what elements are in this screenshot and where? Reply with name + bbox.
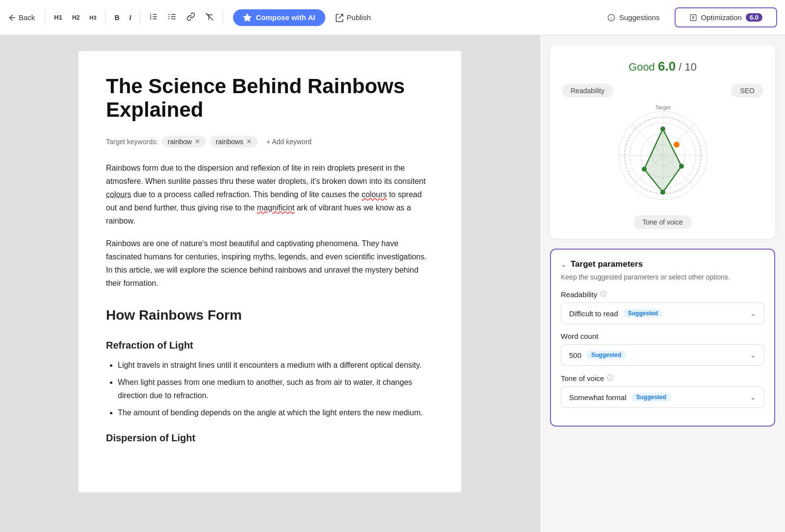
- score-card: Good 6.0 / 10 Readability SEO: [550, 45, 775, 239]
- publish-icon: [335, 13, 344, 22]
- radar-svg: Target: [609, 101, 717, 209]
- heading-2-rainbows-form: How Rainbows Form: [106, 304, 434, 327]
- collapse-chevron[interactable]: ⌄: [561, 260, 567, 268]
- readability-info-icon[interactable]: ⓘ: [600, 290, 606, 299]
- h2-button[interactable]: H2: [69, 12, 82, 23]
- readability-chevron-icon: ⌄: [750, 309, 756, 317]
- svg-point-12: [169, 18, 170, 19]
- optimization-icon: [689, 14, 697, 22]
- editor-area: The Science Behind Rainbows Explained Ta…: [0, 35, 540, 532]
- keyword-tag-rainbow: rainbow ✕: [162, 136, 206, 148]
- radar-chart: Target: [609, 101, 717, 209]
- readability-select[interactable]: Difficult to read Suggested ⌄: [561, 303, 764, 324]
- divider-1: [45, 11, 45, 25]
- remove-keyword-rainbow[interactable]: ✕: [195, 138, 200, 145]
- bold-button[interactable]: B: [111, 12, 122, 24]
- divider-2: [105, 11, 105, 25]
- editor-card: The Science Behind Rainbows Explained Ta…: [78, 51, 461, 492]
- score-denom: / 10: [679, 61, 697, 73]
- bullet-item-1: Light travels in straight lines until it…: [118, 358, 434, 372]
- tov-param-label: Tone of voice ⓘ: [561, 374, 764, 382]
- svg-point-37: [642, 167, 647, 172]
- readability-label[interactable]: Readability: [562, 84, 613, 98]
- readability-suggested-badge: Suggested: [623, 309, 663, 318]
- italic-button[interactable]: I: [127, 12, 134, 24]
- toolbar: Back H1 H2 H3 B I 1 2 3: [0, 0, 785, 35]
- wordcount-suggested-badge: Suggested: [586, 351, 626, 359]
- heading-3-dispersion: Dispersion of Light: [106, 430, 434, 446]
- h1-button[interactable]: H1: [51, 12, 65, 23]
- bullet-item-3: The amount of bending depends on the ang…: [118, 406, 434, 419]
- tov-pill[interactable]: Tone of voice: [633, 215, 692, 229]
- ordered-list-button[interactable]: 1 2 3: [146, 10, 161, 25]
- readability-param-group: Readability ⓘ Difficult to read Suggeste…: [561, 290, 764, 324]
- link-button[interactable]: [183, 10, 198, 25]
- svg-point-38: [674, 142, 680, 148]
- tov-select[interactable]: Somewhat formal Suggested ⌄: [561, 386, 764, 408]
- h3-button[interactable]: H3: [86, 13, 99, 23]
- seo-label[interactable]: SEO: [731, 84, 763, 98]
- back-button[interactable]: Back: [8, 13, 35, 22]
- clear-format-icon: [205, 12, 214, 21]
- bullet-list-refraction: Light travels in straight lines until it…: [106, 358, 434, 420]
- heading-3-refraction: Refraction of Light: [106, 337, 434, 354]
- body-paragraph-1: Rainbows form due to the dispersion and …: [106, 161, 434, 228]
- target-params-title: Target parameters: [571, 259, 643, 269]
- svg-marker-33: [644, 129, 681, 192]
- target-parameters-section: ⌄ Target parameters Keep the suggested p…: [550, 249, 775, 427]
- svg-line-15: [206, 13, 213, 21]
- spelling-error-magnificint: magnificint: [257, 203, 294, 212]
- score-word: Good: [628, 61, 655, 73]
- tov-param-group: Tone of voice ⓘ Somewhat formal Suggeste…: [561, 374, 764, 408]
- tab-suggestions[interactable]: Suggestions: [593, 7, 675, 27]
- body-paragraph-2: Rainbows are one of nature's most beauti…: [106, 237, 434, 290]
- keywords-label: Target keywords:: [106, 138, 158, 146]
- tov-label-row: Tone of voice: [562, 215, 763, 229]
- wordcount-param-label: Word count: [561, 332, 764, 340]
- svg-text:3: 3: [150, 17, 152, 20]
- wordcount-select[interactable]: 500 Suggested ⌄: [561, 344, 764, 366]
- score-number: 6.0: [658, 59, 676, 74]
- back-arrow-icon: [8, 13, 17, 22]
- svg-point-36: [660, 190, 665, 195]
- publish-button[interactable]: Publish: [329, 10, 377, 25]
- editor-body[interactable]: Rainbows form due to the dispersion and …: [106, 161, 434, 446]
- svg-line-16: [339, 14, 342, 18]
- keywords-row: Target keywords: rainbow ✕ rainbows ✕ + …: [106, 136, 434, 148]
- add-keyword-button[interactable]: + Add keyword: [262, 136, 316, 148]
- readability-param-label: Readability ⓘ: [561, 290, 764, 299]
- tov-info-icon[interactable]: ⓘ: [607, 374, 613, 382]
- target-params-header: ⌄ Target parameters: [561, 259, 764, 269]
- back-label: Back: [19, 13, 35, 22]
- clear-format-button[interactable]: [202, 10, 217, 25]
- svg-point-34: [660, 127, 665, 131]
- unordered-list-button[interactable]: [165, 10, 180, 25]
- score-title: Good 6.0 / 10: [562, 59, 763, 74]
- wordcount-chevron-icon: ⌄: [750, 351, 756, 359]
- divider-4: [223, 11, 223, 25]
- divider-3: [140, 11, 140, 25]
- sidebar: Good 6.0 / 10 Readability SEO: [540, 35, 785, 532]
- tov-chevron-icon: ⌄: [750, 393, 756, 401]
- wordcount-param-group: Word count 500 Suggested ⌄: [561, 332, 764, 366]
- target-params-desc: Keep the suggested parameters or select …: [561, 273, 764, 281]
- main-layout: The Science Behind Rainbows Explained Ta…: [0, 35, 785, 532]
- score-axis-labels: Readability SEO: [562, 84, 763, 98]
- article-title[interactable]: The Science Behind Rainbows Explained: [106, 75, 434, 122]
- ordered-list-icon: 1 2 3: [149, 12, 158, 21]
- bullet-item-2: When light passes from one medium to ano…: [118, 376, 434, 402]
- tov-suggested-badge: Suggested: [631, 393, 671, 402]
- spelling-error-colours: colours: [362, 190, 387, 199]
- inline-text: colours: [106, 190, 131, 199]
- optimization-badge: 6.0: [746, 13, 762, 22]
- tab-bar: Suggestions Optimization 6.0: [593, 7, 777, 27]
- compose-button[interactable]: Compose with AI: [233, 9, 325, 26]
- suggestions-icon: [607, 14, 615, 22]
- remove-keyword-rainbows[interactable]: ✕: [246, 138, 252, 145]
- unordered-list-icon: [168, 12, 177, 21]
- compose-icon: [243, 13, 252, 22]
- tab-optimization[interactable]: Optimization 6.0: [675, 7, 777, 27]
- svg-text:Target: Target: [655, 104, 670, 110]
- link-icon: [186, 12, 195, 21]
- svg-point-10: [169, 14, 170, 15]
